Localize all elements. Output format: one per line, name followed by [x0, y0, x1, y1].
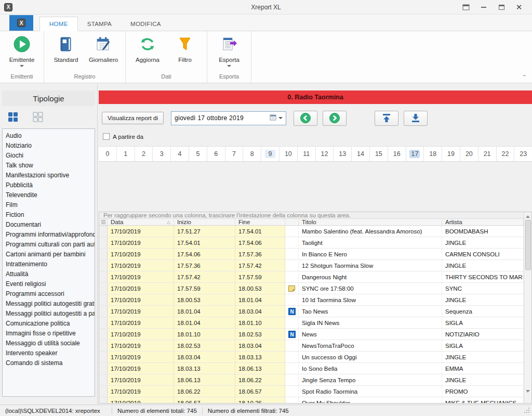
- sidebar-item[interactable]: Notiziario: [6, 141, 95, 151]
- tab-stampa[interactable]: STAMPA: [78, 17, 121, 31]
- hour-cell[interactable]: 21: [478, 147, 497, 161]
- sidebar-item[interactable]: Pubblicità: [6, 180, 95, 190]
- hour-cell[interactable]: 11: [298, 147, 316, 161]
- close-button[interactable]: ✕: [511, 2, 527, 13]
- sidebar-item[interactable]: Audio: [6, 131, 95, 141]
- table-row[interactable]: 17/10/201918.06.1318.06.22Jingle Senza T…: [99, 374, 524, 386]
- column-header-titolo[interactable]: Titolo: [299, 219, 442, 225]
- hour-cell[interactable]: 16: [388, 147, 406, 161]
- collapse-ribbon-icon[interactable]: ⌃: [522, 74, 527, 81]
- sidebar-item[interactable]: Intervento speaker: [6, 348, 95, 358]
- hour-cell[interactable]: 22: [497, 147, 515, 161]
- hour-cell[interactable]: 2: [135, 147, 153, 161]
- esporta-button[interactable]: Esporta: [210, 34, 248, 68]
- table-row[interactable]: 17/10/201918.01.0418.01.10Sigla IN NewsS…: [99, 317, 524, 329]
- sidebar-item[interactable]: Programmi accessori: [6, 289, 95, 299]
- sidebar-item[interactable]: Attualità: [6, 269, 95, 279]
- tipologie-list[interactable]: AudioNotiziarioGiochiTalk showManifestaz…: [2, 128, 95, 397]
- vertical-scrollbar[interactable]: [524, 212, 531, 403]
- row-selector-header[interactable]: [99, 219, 108, 225]
- next-day-button[interactable]: [323, 111, 347, 126]
- table-row[interactable]: 17/10/201917.57.3617.57.4212 Shotgun Tao…: [99, 260, 524, 271]
- table-row[interactable]: 17/10/201918.00.5318.01.0410 Id Taormina…: [99, 294, 524, 306]
- sidebar-item[interactable]: Documentari: [6, 220, 95, 230]
- column-header-icon[interactable]: [285, 219, 299, 225]
- sidebar-item[interactable]: Televendite: [6, 190, 95, 200]
- hour-cell[interactable]: 5: [189, 147, 207, 161]
- hour-cell[interactable]: 12: [316, 147, 334, 161]
- column-header-inizio[interactable]: Inizio: [174, 219, 235, 225]
- hour-cell[interactable]: 23: [514, 147, 532, 161]
- hour-cell[interactable]: 1: [117, 147, 135, 161]
- resize-grip-icon[interactable]: [524, 407, 530, 414]
- vertical-scroll-thumb[interactable]: [525, 220, 531, 270]
- column-header-fine[interactable]: Fine: [235, 219, 285, 225]
- standard-button[interactable]: Standard: [47, 34, 85, 64]
- previous-day-button[interactable]: [294, 111, 317, 126]
- hour-cell[interactable]: 10: [280, 147, 298, 161]
- a-partire-da-checkbox[interactable]: [103, 133, 110, 140]
- maximize-button[interactable]: [494, 2, 509, 13]
- scroll-down-icon[interactable]: [526, 390, 530, 393]
- emittente-button[interactable]: Emittente: [3, 34, 41, 68]
- hour-cell[interactable]: 0: [99, 147, 117, 161]
- tab-modifica[interactable]: MODIFICA: [121, 17, 170, 31]
- sidebar-item[interactable]: Messaggi politici autogestiti gratu: [6, 299, 95, 309]
- hour-cell[interactable]: 7: [225, 147, 244, 161]
- column-header-artista[interactable]: Artista: [442, 219, 524, 225]
- hour-cell[interactable]: 6: [207, 147, 225, 161]
- sidebar-item[interactable]: Fiction: [6, 210, 95, 220]
- file-menu-button[interactable]: X: [9, 15, 33, 31]
- table-row[interactable]: 17/10/201918.02.5318.03.04NewsTornaTraPo…: [99, 340, 524, 352]
- hour-cell[interactable]: 14: [352, 147, 370, 161]
- hour-cell[interactable]: 9: [261, 147, 280, 161]
- sidebar-item[interactable]: Eventi religiosi: [6, 279, 95, 289]
- sidebar-item[interactable]: Intrattenimento: [6, 259, 95, 269]
- hour-strip[interactable]: 01234567891011121314151617181920212223: [99, 146, 532, 162]
- sidebar-item[interactable]: Manifestazioni sportive: [6, 171, 95, 180]
- minimize-button[interactable]: [476, 2, 491, 13]
- sidebar-item[interactable]: Immagini fisse o ripetitive: [6, 329, 95, 339]
- chevron-down-icon[interactable]: [278, 117, 283, 119]
- select-all-grid-icon[interactable]: [7, 111, 19, 124]
- table-row[interactable]: 17/10/201918.01.0418.03.04NTao NewsSeque…: [99, 306, 524, 317]
- hour-cell[interactable]: 20: [460, 147, 478, 161]
- sidebar-item[interactable]: Film: [6, 200, 95, 210]
- sidebar-item[interactable]: Cartoni animanti per bambini: [6, 250, 95, 259]
- hour-cell[interactable]: 8: [243, 147, 261, 161]
- scroll-up-icon[interactable]: [526, 215, 530, 218]
- table-row[interactable]: 17/10/201918.06.2218.06.57Spot Radio Tao…: [99, 386, 524, 397]
- hour-cell[interactable]: 18: [424, 147, 442, 161]
- date-picker[interactable]: giovedì 17 ottobre 2019: [171, 111, 286, 125]
- hour-cell[interactable]: 17: [406, 147, 424, 161]
- table-row[interactable]: 17/10/201917.54.0117.54.06TaolightJINGLE: [99, 237, 524, 249]
- hour-cell[interactable]: 19: [442, 147, 460, 161]
- table-row[interactable]: 17/10/201917.57.4217.57.59Dangerous Nigh…: [99, 271, 524, 283]
- giornaliero-button[interactable]: Giornaliero: [85, 34, 122, 64]
- hour-cell[interactable]: 3: [153, 147, 171, 161]
- sidebar-item[interactable]: Messaggi politici autogestiti a pag: [6, 309, 95, 319]
- sidebar-item[interactable]: Talk show: [6, 161, 95, 171]
- table-row[interactable]: 17/10/201917.57.5918.00.53SYNC ore 17:58…: [99, 283, 524, 294]
- sidebar-item[interactable]: Comunicazione politica: [6, 319, 95, 329]
- sidebar-item[interactable]: Comando di sistema: [6, 358, 95, 368]
- sidebar-item[interactable]: Giochi: [6, 151, 95, 161]
- sidebar-item[interactable]: Messaggio di utilità sociale: [6, 339, 95, 348]
- sidebar-item[interactable]: Programmi culturali con parti auto: [6, 240, 95, 250]
- table-row[interactable]: 17/10/201917.54.0617.57.36In Bianco E Ne…: [99, 249, 524, 260]
- sidebar-item[interactable]: Programmi informativi/approfond: [6, 230, 95, 240]
- scroll-to-bottom-button[interactable]: [404, 111, 428, 126]
- scroll-to-top-button[interactable]: [375, 111, 398, 126]
- ribbon-display-options-icon[interactable]: [458, 2, 474, 13]
- table-row[interactable]: 17/10/201917.51.2717.54.01Mambo Salentin…: [99, 226, 524, 237]
- table-row[interactable]: 17/10/201918.01.1018.02.53NNewsNOTIZIARI…: [99, 329, 524, 340]
- filtro-button[interactable]: Filtro: [166, 34, 204, 64]
- table-row[interactable]: 17/10/201918.06.5718.10.26Over My Should…: [99, 397, 524, 403]
- hour-cell[interactable]: 4: [171, 147, 189, 161]
- tab-home[interactable]: HOME: [39, 17, 78, 31]
- visualizza-report-button[interactable]: Visualizza report di: [102, 112, 164, 124]
- hour-cell[interactable]: 13: [334, 147, 352, 161]
- deselect-all-grid-icon[interactable]: [32, 111, 44, 124]
- column-header-data[interactable]: Data△: [108, 219, 174, 225]
- table-row[interactable]: 17/10/201918.03.0418.03.13Un successo di…: [99, 352, 524, 363]
